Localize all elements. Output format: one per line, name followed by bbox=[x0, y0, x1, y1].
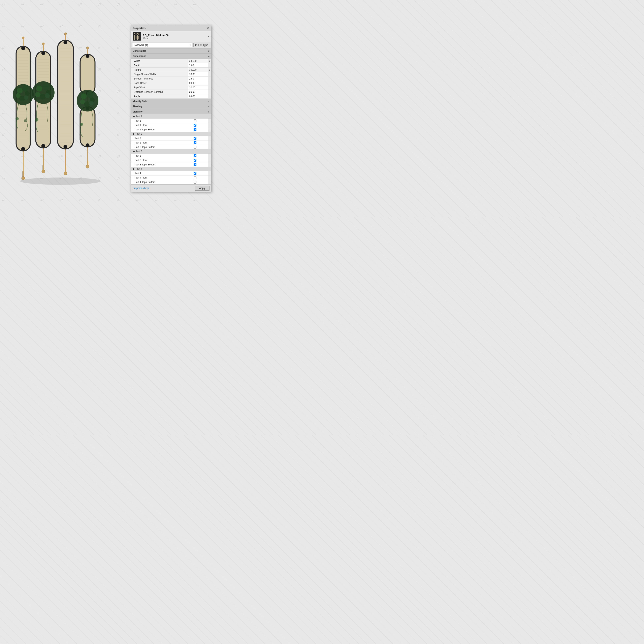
svg-point-104 bbox=[64, 172, 67, 175]
prop-screen-width-lock bbox=[208, 72, 211, 76]
prop-distance-screens-value[interactable]: 20.00 bbox=[188, 90, 208, 94]
svg-point-59 bbox=[42, 43, 44, 45]
vis-part1-plant-checkbox[interactable] bbox=[194, 124, 196, 127]
prop-top-offset: Top Offset 20.00 bbox=[131, 85, 211, 90]
panel-close-button[interactable]: ✕ bbox=[206, 27, 210, 30]
svg-point-56 bbox=[15, 117, 19, 120]
vis-part1-lock bbox=[208, 119, 211, 123]
prop-distance-screens-lock bbox=[208, 90, 211, 94]
svg-point-4 bbox=[134, 34, 135, 35]
edit-type-icon: ⊞ bbox=[195, 44, 197, 46]
prop-height-label: Height bbox=[131, 68, 188, 72]
vis-part2-lock bbox=[208, 136, 211, 140]
svg-point-159 bbox=[80, 123, 83, 126]
vis-part2-plant: Part 2 Plant bbox=[131, 140, 211, 145]
vis-part2-label: Part 2 bbox=[131, 136, 192, 140]
vis-group-part1[interactable]: ▶ Part 1 bbox=[131, 114, 211, 119]
edit-type-button[interactable]: ⊞ Edit Type bbox=[193, 43, 210, 47]
vis-part4-topbottom: Part 4 Top / Bottom bbox=[131, 180, 211, 184]
vis-part3-plant-checkbox[interactable] bbox=[194, 159, 196, 162]
svg-point-54 bbox=[19, 96, 25, 101]
object-info-row: RD_Room Divider 08 Wood ▾ bbox=[131, 31, 211, 42]
vis-part3: Part 3 bbox=[131, 154, 211, 158]
properties-help-link[interactable]: Properties help bbox=[133, 187, 149, 190]
vis-part4-checkbox-cell bbox=[192, 172, 208, 175]
phasing-label: Phasing bbox=[133, 105, 142, 108]
svg-point-14 bbox=[22, 176, 25, 180]
prop-top-offset-value[interactable]: 20.00 bbox=[188, 86, 208, 90]
vis-part2-plant-label: Part 2 Plant bbox=[131, 141, 192, 145]
vis-part2-topbottom-label: Part 2 Top / Bottom bbox=[131, 145, 192, 149]
vis-part3-topbottom-label: Part 3 Top / Bottom bbox=[131, 163, 192, 167]
section-phasing[interactable]: Phasing « bbox=[131, 104, 211, 109]
vis-part1-plant-checkbox-cell bbox=[192, 124, 208, 127]
prop-depth-value[interactable]: 3.00 bbox=[188, 63, 208, 67]
vis-part4-checkbox[interactable] bbox=[194, 172, 196, 175]
scene-area bbox=[0, 0, 121, 217]
svg-point-99 bbox=[45, 93, 50, 98]
section-dimensions[interactable]: Dimensions » bbox=[131, 54, 211, 59]
prop-screen-thickness-lock bbox=[208, 76, 211, 81]
vis-part2-plant-checkbox-cell bbox=[192, 141, 208, 144]
vis-part2-checkbox[interactable] bbox=[194, 137, 196, 140]
prop-angle-value[interactable]: 0.00° bbox=[188, 94, 208, 98]
dimensions-properties: Width 340.00 Depth 3.00 Height 350.00 bbox=[131, 59, 211, 99]
vis-part1-topbottom-lock bbox=[208, 127, 211, 132]
vis-part1-checkbox[interactable] bbox=[194, 119, 196, 122]
vis-part3-checkbox-cell bbox=[192, 154, 208, 157]
vis-part1-topbottom: Part 1 Top / Bottom bbox=[131, 127, 211, 132]
edit-type-label: Edit Type bbox=[198, 44, 208, 46]
vis-part2-plant-checkbox[interactable] bbox=[194, 141, 196, 144]
prop-screen-width-value[interactable]: 70.00 bbox=[188, 72, 208, 76]
object-name-block: RD_Room Divider 08 Wood bbox=[143, 34, 206, 39]
category-select[interactable]: Casework (1) ▾ bbox=[132, 43, 192, 47]
panel-content[interactable]: Constraints « Dimensions » Width 340.00 … bbox=[131, 48, 211, 184]
vis-part2-plant-lock bbox=[208, 140, 211, 145]
constraints-toggle: « bbox=[208, 49, 210, 53]
vis-group-part4[interactable]: ▶ Part 4 bbox=[131, 167, 211, 171]
prop-screen-thickness: Screen Thickness 1.50 bbox=[131, 76, 211, 81]
object-dropdown-arrow[interactable]: ▾ bbox=[208, 35, 210, 38]
prop-screen-thickness-value[interactable]: 1.50 bbox=[188, 77, 208, 81]
svg-rect-9 bbox=[209, 70, 210, 71]
prop-distance-screens-label: Distance Between Screens bbox=[131, 90, 188, 94]
svg-point-57 bbox=[24, 119, 27, 122]
prop-height-lock bbox=[208, 68, 211, 72]
svg-point-102 bbox=[64, 33, 67, 35]
vis-group-part4-label: Part 4 bbox=[136, 167, 142, 170]
prop-width-lock bbox=[208, 59, 211, 63]
vis-part3-topbottom-checkbox[interactable] bbox=[194, 163, 196, 166]
svg-point-100 bbox=[35, 118, 38, 122]
prop-height: Height 350.00 bbox=[131, 68, 211, 72]
vis-part4-plant-lock bbox=[208, 175, 211, 180]
vis-part2-topbottom-checkbox[interactable] bbox=[194, 146, 196, 149]
vis-group-part3[interactable]: ▶ Part 3 bbox=[131, 149, 211, 154]
prop-screen-width: Single Screen Width 70.00 bbox=[131, 72, 211, 76]
vis-part1-topbottom-checkbox[interactable] bbox=[194, 128, 196, 131]
prop-distance-screens: Distance Between Screens 20.00 bbox=[131, 90, 211, 94]
vis-part2-topbottom: Part 2 Top / Bottom bbox=[131, 145, 211, 149]
vis-part4-topbottom-checkbox[interactable] bbox=[194, 181, 196, 184]
vis-part1-label: Part 1 bbox=[131, 119, 192, 123]
svg-point-55 bbox=[24, 95, 28, 100]
section-constraints[interactable]: Constraints « bbox=[131, 48, 211, 54]
vis-part2-topbottom-lock bbox=[208, 145, 211, 149]
prop-base-offset-value[interactable]: 20.00 bbox=[188, 81, 208, 85]
prop-angle-lock bbox=[208, 94, 211, 98]
svg-point-6 bbox=[137, 34, 138, 35]
visibility-label: Visibility bbox=[133, 110, 142, 113]
apply-button[interactable]: Apply bbox=[195, 186, 210, 191]
svg-point-140 bbox=[64, 145, 67, 149]
thumbnail-icon bbox=[133, 33, 140, 40]
prop-width-value: 340.00 bbox=[188, 59, 208, 63]
object-thumbnail bbox=[133, 32, 141, 41]
section-identity-data[interactable]: Identity Data « bbox=[131, 99, 211, 104]
svg-point-7 bbox=[138, 35, 139, 36]
vis-part3-checkbox[interactable] bbox=[194, 154, 196, 157]
category-arrow: ▾ bbox=[190, 44, 191, 46]
svg-rect-145 bbox=[80, 54, 95, 95]
vis-part1-plant-label: Part 1 Plant bbox=[131, 123, 192, 127]
section-visibility[interactable]: Visibility » bbox=[131, 109, 211, 114]
vis-part4-plant-checkbox[interactable] bbox=[194, 176, 196, 179]
vis-group-part2[interactable]: ▶ Part 2 bbox=[131, 132, 211, 136]
